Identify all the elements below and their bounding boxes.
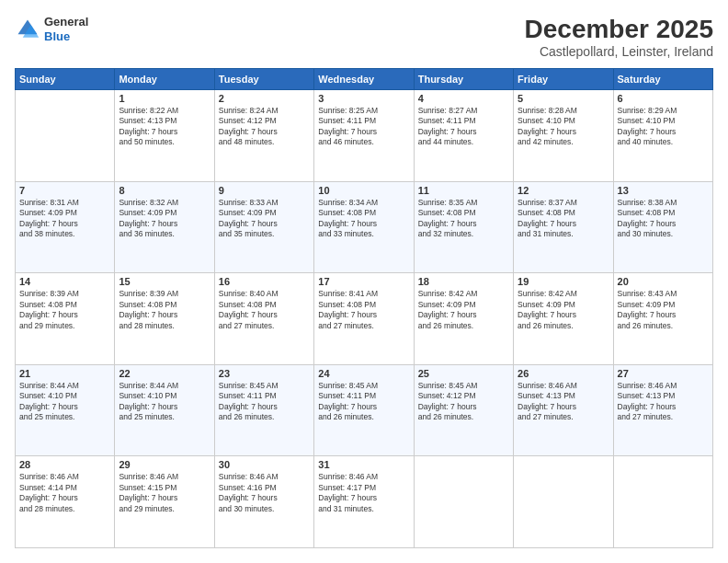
logo-text: General Blue bbox=[44, 15, 88, 43]
day-number: 30 bbox=[219, 459, 310, 470]
day-number: 10 bbox=[318, 185, 409, 196]
calendar-week-4: 21Sunrise: 8:44 AMSunset: 4:10 PMDayligh… bbox=[16, 364, 713, 456]
day-number: 6 bbox=[618, 93, 709, 104]
calendar-header-thursday: Thursday bbox=[414, 69, 513, 90]
calendar-header-sunday: Sunday bbox=[16, 69, 115, 90]
calendar-cell: 3Sunrise: 8:25 AMSunset: 4:11 PMDaylight… bbox=[314, 90, 414, 182]
calendar-cell: 14Sunrise: 8:39 AMSunset: 4:08 PMDayligh… bbox=[16, 273, 115, 365]
calendar-cell bbox=[16, 90, 115, 182]
logo-icon bbox=[15, 17, 40, 42]
calendar-cell: 29Sunrise: 8:46 AMSunset: 4:15 PMDayligh… bbox=[115, 456, 214, 548]
cell-details: Sunrise: 8:46 AMSunset: 4:16 PMDaylight:… bbox=[219, 472, 310, 514]
calendar-header-row: SundayMondayTuesdayWednesdayThursdayFrid… bbox=[16, 69, 713, 90]
calendar-cell bbox=[514, 456, 613, 548]
calendar-cell: 25Sunrise: 8:45 AMSunset: 4:12 PMDayligh… bbox=[414, 364, 513, 456]
calendar-cell: 30Sunrise: 8:46 AMSunset: 4:16 PMDayligh… bbox=[214, 456, 313, 548]
cell-details: Sunrise: 8:25 AMSunset: 4:11 PMDaylight:… bbox=[318, 106, 409, 148]
calendar-cell: 17Sunrise: 8:41 AMSunset: 4:08 PMDayligh… bbox=[314, 273, 414, 365]
calendar-cell: 28Sunrise: 8:46 AMSunset: 4:14 PMDayligh… bbox=[16, 456, 115, 548]
calendar-cell: 23Sunrise: 8:45 AMSunset: 4:11 PMDayligh… bbox=[214, 364, 313, 456]
cell-details: Sunrise: 8:34 AMSunset: 4:08 PMDaylight:… bbox=[318, 198, 409, 240]
cell-details: Sunrise: 8:38 AMSunset: 4:08 PMDaylight:… bbox=[618, 198, 709, 240]
cell-details: Sunrise: 8:40 AMSunset: 4:08 PMDaylight:… bbox=[219, 289, 310, 331]
calendar-cell: 19Sunrise: 8:42 AMSunset: 4:09 PMDayligh… bbox=[514, 273, 613, 365]
cell-details: Sunrise: 8:44 AMSunset: 4:10 PMDaylight:… bbox=[119, 381, 210, 423]
calendar-cell: 22Sunrise: 8:44 AMSunset: 4:10 PMDayligh… bbox=[115, 364, 214, 456]
cell-details: Sunrise: 8:46 AMSunset: 4:14 PMDaylight:… bbox=[19, 472, 110, 514]
day-number: 11 bbox=[418, 185, 509, 196]
day-number: 5 bbox=[518, 93, 609, 104]
cell-details: Sunrise: 8:31 AMSunset: 4:09 PMDaylight:… bbox=[19, 198, 110, 240]
cell-details: Sunrise: 8:42 AMSunset: 4:09 PMDaylight:… bbox=[418, 289, 509, 331]
calendar-cell: 24Sunrise: 8:45 AMSunset: 4:11 PMDayligh… bbox=[314, 364, 414, 456]
logo: General Blue bbox=[15, 15, 88, 43]
calendar-cell: 5Sunrise: 8:28 AMSunset: 4:10 PMDaylight… bbox=[514, 90, 613, 182]
calendar-cell bbox=[613, 456, 712, 548]
day-number: 1 bbox=[119, 93, 210, 104]
day-number: 12 bbox=[518, 185, 609, 196]
calendar-cell: 31Sunrise: 8:46 AMSunset: 4:17 PMDayligh… bbox=[314, 456, 414, 548]
cell-details: Sunrise: 8:32 AMSunset: 4:09 PMDaylight:… bbox=[119, 198, 210, 240]
cell-details: Sunrise: 8:39 AMSunset: 4:08 PMDaylight:… bbox=[119, 289, 210, 331]
calendar-cell bbox=[414, 456, 513, 548]
day-number: 17 bbox=[318, 276, 409, 287]
calendar-cell: 11Sunrise: 8:35 AMSunset: 4:08 PMDayligh… bbox=[414, 181, 513, 273]
day-number: 15 bbox=[119, 276, 210, 287]
day-number: 23 bbox=[219, 368, 310, 379]
cell-details: Sunrise: 8:29 AMSunset: 4:10 PMDaylight:… bbox=[618, 106, 709, 148]
day-number: 9 bbox=[219, 185, 310, 196]
day-number: 29 bbox=[119, 459, 210, 470]
day-number: 14 bbox=[19, 276, 110, 287]
calendar-week-5: 28Sunrise: 8:46 AMSunset: 4:14 PMDayligh… bbox=[16, 456, 713, 548]
calendar-week-1: 1Sunrise: 8:22 AMSunset: 4:13 PMDaylight… bbox=[16, 90, 713, 182]
day-number: 25 bbox=[418, 368, 509, 379]
page: General Blue December 2025 Castlepollard… bbox=[0, 0, 728, 563]
cell-details: Sunrise: 8:46 AMSunset: 4:17 PMDaylight:… bbox=[318, 472, 409, 514]
header: General Blue December 2025 Castlepollard… bbox=[15, 15, 713, 59]
calendar-header-wednesday: Wednesday bbox=[314, 69, 414, 90]
calendar-cell: 8Sunrise: 8:32 AMSunset: 4:09 PMDaylight… bbox=[115, 181, 214, 273]
day-number: 28 bbox=[19, 459, 110, 470]
cell-details: Sunrise: 8:43 AMSunset: 4:09 PMDaylight:… bbox=[618, 289, 709, 331]
day-number: 13 bbox=[618, 185, 709, 196]
day-number: 3 bbox=[318, 93, 409, 104]
cell-details: Sunrise: 8:42 AMSunset: 4:09 PMDaylight:… bbox=[518, 289, 609, 331]
calendar-cell: 18Sunrise: 8:42 AMSunset: 4:09 PMDayligh… bbox=[414, 273, 513, 365]
day-number: 16 bbox=[219, 276, 310, 287]
calendar-cell: 6Sunrise: 8:29 AMSunset: 4:10 PMDaylight… bbox=[613, 90, 712, 182]
cell-details: Sunrise: 8:45 AMSunset: 4:12 PMDaylight:… bbox=[418, 381, 509, 423]
cell-details: Sunrise: 8:27 AMSunset: 4:11 PMDaylight:… bbox=[418, 106, 509, 148]
cell-details: Sunrise: 8:39 AMSunset: 4:08 PMDaylight:… bbox=[19, 289, 110, 331]
calendar-header-tuesday: Tuesday bbox=[214, 69, 313, 90]
month-title: December 2025 bbox=[525, 15, 713, 44]
cell-details: Sunrise: 8:33 AMSunset: 4:09 PMDaylight:… bbox=[219, 198, 310, 240]
cell-details: Sunrise: 8:37 AMSunset: 4:08 PMDaylight:… bbox=[518, 198, 609, 240]
cell-details: Sunrise: 8:35 AMSunset: 4:08 PMDaylight:… bbox=[418, 198, 509, 240]
calendar-cell: 12Sunrise: 8:37 AMSunset: 4:08 PMDayligh… bbox=[514, 181, 613, 273]
calendar-header-friday: Friday bbox=[514, 69, 613, 90]
calendar-cell: 15Sunrise: 8:39 AMSunset: 4:08 PMDayligh… bbox=[115, 273, 214, 365]
day-number: 26 bbox=[518, 368, 609, 379]
calendar-cell: 26Sunrise: 8:46 AMSunset: 4:13 PMDayligh… bbox=[514, 364, 613, 456]
day-number: 8 bbox=[119, 185, 210, 196]
cell-details: Sunrise: 8:24 AMSunset: 4:12 PMDaylight:… bbox=[219, 106, 310, 148]
cell-details: Sunrise: 8:46 AMSunset: 4:13 PMDaylight:… bbox=[618, 381, 709, 423]
day-number: 21 bbox=[19, 368, 110, 379]
day-number: 4 bbox=[418, 93, 509, 104]
calendar-header-saturday: Saturday bbox=[613, 69, 712, 90]
calendar-cell: 20Sunrise: 8:43 AMSunset: 4:09 PMDayligh… bbox=[613, 273, 712, 365]
day-number: 18 bbox=[418, 276, 509, 287]
day-number: 27 bbox=[618, 368, 709, 379]
cell-details: Sunrise: 8:44 AMSunset: 4:10 PMDaylight:… bbox=[19, 381, 110, 423]
calendar-week-2: 7Sunrise: 8:31 AMSunset: 4:09 PMDaylight… bbox=[16, 181, 713, 273]
day-number: 19 bbox=[518, 276, 609, 287]
calendar-header-monday: Monday bbox=[115, 69, 214, 90]
calendar-cell: 7Sunrise: 8:31 AMSunset: 4:09 PMDaylight… bbox=[16, 181, 115, 273]
day-number: 22 bbox=[119, 368, 210, 379]
calendar-cell: 9Sunrise: 8:33 AMSunset: 4:09 PMDaylight… bbox=[214, 181, 313, 273]
cell-details: Sunrise: 8:28 AMSunset: 4:10 PMDaylight:… bbox=[518, 106, 609, 148]
cell-details: Sunrise: 8:45 AMSunset: 4:11 PMDaylight:… bbox=[219, 381, 310, 423]
day-number: 20 bbox=[618, 276, 709, 287]
day-number: 7 bbox=[19, 185, 110, 196]
cell-details: Sunrise: 8:45 AMSunset: 4:11 PMDaylight:… bbox=[318, 381, 409, 423]
